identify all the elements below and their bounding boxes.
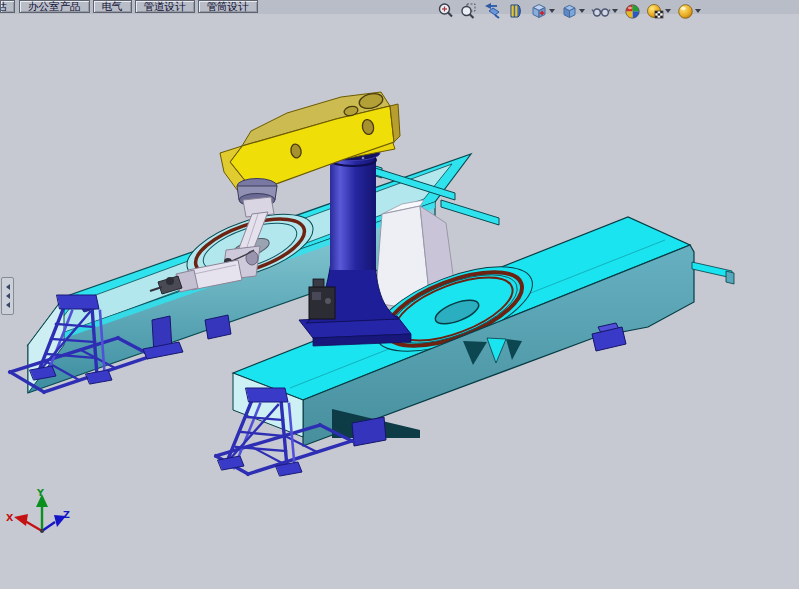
zoom-to-fit-icon[interactable] (437, 2, 455, 20)
apply-scene-icon[interactable] (646, 3, 672, 20)
previous-view-icon[interactable] (483, 2, 502, 20)
dropdown-arrow-icon[interactable] (579, 9, 586, 14)
zoom-to-area-icon[interactable] (460, 2, 478, 20)
checker-flag (655, 11, 663, 18)
tab-electrical[interactable]: 电气 (93, 0, 132, 13)
left-arrow-icon (6, 293, 10, 299)
hide-show-items-icon[interactable] (591, 3, 619, 20)
display-style-icon[interactable] (561, 3, 586, 20)
dropdown-arrow-icon[interactable] (612, 9, 619, 14)
view-orientation-icon[interactable] (530, 2, 556, 20)
tab-office-products[interactable]: 办公室产品 (19, 0, 90, 13)
heads-up-view-toolbar (437, 1, 707, 21)
left-arrow-icon (6, 302, 10, 308)
cad-application-window: X Y Z 估 办公室产品 电气 管道设计 管筒设计 (0, 0, 799, 589)
feature-panel-expand-handle[interactable] (1, 277, 14, 315)
command-tabs: 估 办公室产品 电气 管道设计 管筒设计 (0, 0, 261, 13)
view-settings-icon[interactable] (677, 3, 702, 20)
left-arrow-icon (6, 284, 10, 290)
edit-appearance-icon[interactable] (624, 3, 641, 20)
y-axis-label: Y (36, 487, 44, 498)
dropdown-arrow-icon[interactable] (665, 9, 672, 14)
z-axis-label: Z (63, 509, 70, 520)
tab-pipe-design[interactable]: 管道设计 (135, 0, 195, 13)
3d-viewport[interactable]: X Y Z (0, 0, 799, 589)
x-axis-label: X (6, 512, 14, 523)
command-toolbar: 估 办公室产品 电气 管道设计 管筒设计 (0, 0, 799, 14)
dropdown-arrow-icon[interactable] (695, 9, 702, 14)
section-view-icon[interactable] (507, 2, 525, 20)
tab-evaluate-partial[interactable]: 估 (0, 0, 15, 13)
dropdown-arrow-icon[interactable] (549, 9, 556, 14)
tab-tube-design[interactable]: 管筒设计 (198, 0, 258, 13)
